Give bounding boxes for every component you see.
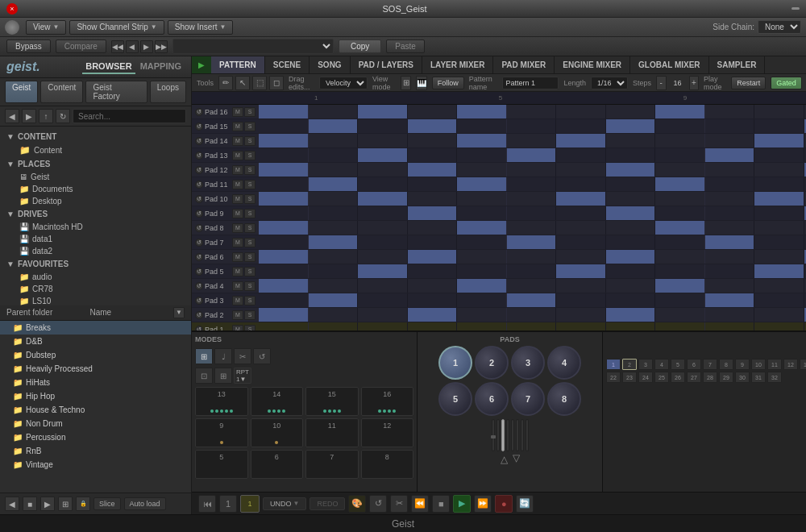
cell-1-4[interactable] — [457, 119, 507, 133]
pad-round-2[interactable]: 2 — [475, 346, 509, 380]
file-rnb[interactable]: 📁 RnB — [0, 444, 191, 458]
cell-7-9[interactable] — [705, 206, 755, 220]
sort-button[interactable]: ▼ — [173, 307, 185, 318]
pad-m-btn-8[interactable]: M — [232, 223, 243, 233]
cell-15-2[interactable] — [358, 322, 408, 330]
steps-minus[interactable]: - — [656, 76, 667, 90]
cell-9-2[interactable] — [358, 235, 408, 249]
cell-1-10[interactable] — [754, 119, 804, 133]
cell-0-4[interactable] — [457, 105, 507, 118]
pad-s-btn-15[interactable]: S — [244, 325, 256, 331]
cell-8-10[interactable] — [754, 221, 804, 235]
cell-10-6[interactable] — [556, 250, 606, 264]
cell-9-10[interactable] — [754, 235, 804, 249]
cell-10-7[interactable] — [606, 250, 656, 264]
cell-5-4[interactable] — [457, 177, 507, 191]
fader-5[interactable] — [511, 419, 514, 451]
cell-2-5[interactable] — [507, 134, 557, 148]
pad-5[interactable]: 5 — [195, 450, 248, 479]
pad-s-btn-2[interactable]: S — [244, 136, 256, 146]
pad-s-btn-14[interactable]: S — [244, 310, 256, 320]
cell-7-10[interactable] — [754, 206, 804, 220]
cell-8-7[interactable] — [606, 221, 656, 235]
tab-song[interactable]: SONG — [310, 56, 350, 73]
pad-s-btn-5[interactable]: S — [244, 180, 256, 189]
cell-1-1[interactable] — [309, 119, 359, 133]
cell-7-5[interactable] — [507, 206, 557, 220]
pad-cycle-btn-2[interactable]: ↺ — [195, 137, 203, 145]
pad-cycle-btn-14[interactable]: ↺ — [195, 311, 203, 319]
cell-6-8[interactable] — [655, 192, 705, 206]
pattern-btn-1[interactable]: 1 — [606, 359, 621, 370]
cell-4-0[interactable] — [259, 163, 309, 177]
cell-6-9[interactable] — [705, 192, 755, 206]
cell-4-5[interactable] — [507, 163, 557, 177]
cell-7-0[interactable] — [259, 206, 309, 220]
drive-macintosh[interactable]: 💾 Macintosh HD — [0, 221, 191, 233]
pad-cycle-btn-9[interactable]: ↺ — [195, 239, 203, 247]
prev-transport-button[interactable]: ⏮ — [198, 495, 216, 513]
cell-14-10[interactable] — [754, 308, 804, 322]
pad-m-btn-0[interactable]: M — [232, 107, 243, 117]
cell-1-3[interactable] — [408, 119, 458, 133]
cell-15-1[interactable] — [309, 322, 359, 330]
cell-12-6[interactable] — [556, 279, 606, 293]
cell-5-0[interactable] — [259, 177, 309, 191]
close-button[interactable]: × — [6, 3, 18, 15]
cell-8-4[interactable] — [457, 221, 507, 235]
pad-15[interactable]: 15 — [305, 387, 359, 416]
pattern-btn-31[interactable]: 31 — [751, 372, 766, 383]
cell-15-0[interactable] — [259, 322, 309, 330]
cell-11-5[interactable] — [507, 264, 557, 278]
cell-13-9[interactable] — [705, 293, 755, 307]
cell-2-3[interactable] — [408, 134, 458, 148]
cell-10-2[interactable] — [358, 250, 408, 264]
tab-pad-layers[interactable]: PAD / LAYERS — [351, 56, 422, 73]
pad-round-3[interactable]: 3 — [511, 346, 545, 380]
pattern-btn-27[interactable]: 27 — [687, 372, 701, 383]
mode-note[interactable]: ♩ — [214, 348, 232, 364]
cell-10-10[interactable] — [754, 250, 804, 264]
cell-13-0[interactable] — [259, 293, 309, 307]
cell-8-2[interactable] — [358, 221, 408, 235]
cell-10-0[interactable] — [259, 250, 309, 264]
pattern-name-input[interactable] — [502, 77, 559, 89]
cell-3-10[interactable] — [754, 148, 804, 162]
pad-m-btn-2[interactable]: M — [232, 136, 243, 146]
cell-1-6[interactable] — [556, 119, 606, 133]
mapping-tab[interactable]: MAPPING — [137, 60, 185, 74]
color-button[interactable]: 🎨 — [348, 495, 366, 513]
pad-cycle-btn-4[interactable]: ↺ — [195, 166, 203, 174]
pad-8[interactable]: 8 — [361, 450, 414, 479]
cell-2-8[interactable] — [655, 134, 705, 148]
back-button[interactable]: ◀ — [126, 40, 139, 53]
steps-plus[interactable]: + — [689, 76, 700, 90]
pattern-btn-26[interactable]: 26 — [671, 372, 685, 383]
cell-7-1[interactable] — [309, 206, 359, 220]
cell-14-4[interactable] — [457, 308, 507, 322]
cell-11-3[interactable] — [408, 264, 458, 278]
cell-15-7[interactable] — [606, 322, 656, 330]
rewind-transport[interactable]: ⏪ — [411, 495, 429, 513]
drive-data1[interactable]: 💾 data1 — [0, 233, 191, 245]
cell-2-2[interactable] — [358, 134, 408, 148]
cell-12-2[interactable] — [358, 279, 408, 293]
cell-14-6[interactable] — [556, 308, 606, 322]
cell-1-2[interactable] — [358, 119, 408, 133]
pad-s-btn-8[interactable]: S — [244, 223, 256, 233]
length-select[interactable]: 1/16 — [591, 77, 628, 89]
pattern-btn-4[interactable]: 4 — [654, 359, 669, 370]
fader-6[interactable] — [516, 419, 519, 451]
cell-6-3[interactable] — [408, 192, 458, 206]
forward-transport[interactable]: ⏩ — [474, 495, 492, 513]
pad-m-btn-4[interactable]: M — [232, 165, 243, 175]
pad-m-btn-9[interactable]: M — [232, 238, 243, 247]
fader-4[interactable] — [506, 419, 509, 451]
mode-grid[interactable]: ⊞ — [195, 348, 213, 364]
cell-2-1[interactable] — [309, 134, 359, 148]
cell-7-8[interactable] — [655, 206, 705, 220]
cell-13-6[interactable] — [556, 293, 606, 307]
pad-cycle-btn-13[interactable]: ↺ — [195, 297, 203, 305]
preset-dropdown[interactable] — [172, 39, 334, 54]
fast-forward-button[interactable]: ▶▶ — [155, 40, 168, 53]
